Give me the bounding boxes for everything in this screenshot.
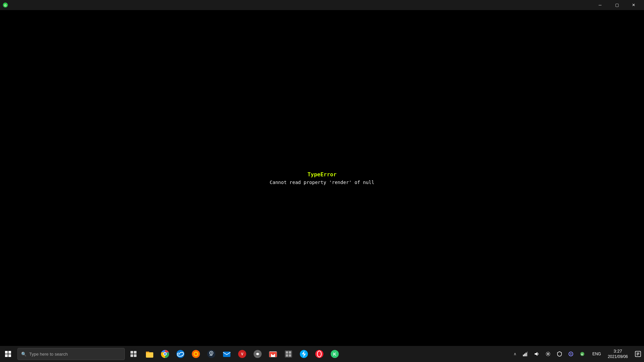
- svg-text:V: V: [241, 352, 244, 356]
- system-tray: ∧: [512, 346, 644, 362]
- svg-point-10: [164, 353, 166, 355]
- windows-icon: [5, 351, 11, 357]
- search-icon: 🔍: [21, 352, 26, 357]
- svg-point-38: [547, 353, 549, 355]
- svg-rect-34: [524, 354, 525, 356]
- taskbar-icon-app11[interactable]: [297, 347, 311, 361]
- task-view-icon: [130, 351, 137, 357]
- error-type-label: TypeError: [270, 171, 374, 178]
- clock-time: 3:27: [613, 349, 622, 354]
- taskbar-icon-firefox[interactable]: [189, 347, 203, 361]
- svg-rect-36: [527, 352, 528, 356]
- tray-icon-app2[interactable]: K: [577, 347, 588, 361]
- svg-rect-3: [134, 351, 137, 354]
- search-bar[interactable]: 🔍 Type here to search: [17, 348, 125, 360]
- taskbar-icon-app13[interactable]: K: [327, 347, 342, 361]
- svg-marker-37: [535, 352, 537, 356]
- task-view-button[interactable]: [126, 346, 141, 362]
- taskbar-icon-app8[interactable]: [250, 347, 265, 361]
- svg-rect-35: [526, 353, 527, 356]
- notification-icon: [635, 351, 641, 357]
- window-controls: ─ ▢ ✕: [592, 0, 641, 10]
- taskbar-icons: V: [141, 347, 512, 361]
- error-container: TypeError Cannot read property 'render' …: [270, 171, 374, 185]
- tray-icon-network[interactable]: [520, 347, 531, 361]
- svg-text:K: K: [581, 353, 583, 356]
- taskbar-icon-edge[interactable]: [173, 347, 188, 361]
- tray-overflow-button[interactable]: ∧: [512, 347, 518, 361]
- svg-rect-4: [130, 354, 133, 357]
- taskbar-icon-file-explorer[interactable]: [142, 347, 157, 361]
- svg-rect-18: [223, 352, 230, 357]
- taskbar-icon-app10[interactable]: [281, 347, 296, 361]
- tray-icon-shield[interactable]: [554, 347, 565, 361]
- title-bar-left: G: [3, 2, 8, 8]
- tray-icon-volume[interactable]: [531, 347, 542, 361]
- taskbar-icon-gmail[interactable]: [266, 347, 280, 361]
- svg-rect-24: [286, 351, 288, 354]
- main-content: TypeError Cannot read property 'render' …: [0, 10, 644, 346]
- svg-point-14: [195, 353, 197, 355]
- lang-text: ENG: [592, 352, 601, 356]
- svg-rect-5: [134, 354, 137, 357]
- svg-rect-6: [146, 352, 153, 358]
- svg-rect-7: [146, 352, 149, 353]
- svg-rect-26: [286, 354, 288, 357]
- clock-area[interactable]: 3:27 2021/09/06: [604, 347, 632, 361]
- svg-text:G: G: [4, 4, 6, 7]
- title-bar: G ─ ▢ ✕: [0, 0, 644, 10]
- minimize-button[interactable]: ─: [592, 0, 608, 10]
- tray-icon-app1[interactable]: [566, 347, 576, 361]
- language-indicator[interactable]: ENG: [590, 347, 604, 361]
- clock-date: 2021/09/06: [608, 354, 628, 360]
- svg-point-17: [211, 352, 212, 354]
- notification-button[interactable]: [632, 346, 644, 362]
- close-button[interactable]: ✕: [626, 0, 641, 10]
- taskbar-icon-mail[interactable]: [219, 347, 234, 361]
- tray-icon-settings[interactable]: [543, 347, 553, 361]
- app-icon: G: [3, 2, 8, 8]
- search-placeholder: Type here to search: [29, 352, 121, 357]
- start-button[interactable]: [0, 346, 16, 362]
- error-message-label: Cannot read property 'render' of null: [270, 180, 374, 185]
- taskbar: 🔍 Type here to search: [0, 346, 644, 362]
- svg-rect-27: [289, 354, 291, 357]
- svg-rect-2: [130, 351, 133, 354]
- taskbar-icon-chrome[interactable]: [158, 347, 172, 361]
- svg-rect-33: [523, 355, 524, 356]
- taskbar-icon-opera[interactable]: [312, 347, 327, 361]
- svg-rect-25: [289, 351, 291, 354]
- maximize-button[interactable]: ▢: [609, 0, 625, 10]
- tray-icons: K: [518, 347, 590, 361]
- taskbar-icon-protonvpn[interactable]: V: [235, 347, 250, 361]
- svg-text:K: K: [333, 352, 336, 357]
- svg-point-40: [570, 353, 572, 355]
- taskbar-icon-steam[interactable]: [204, 347, 219, 361]
